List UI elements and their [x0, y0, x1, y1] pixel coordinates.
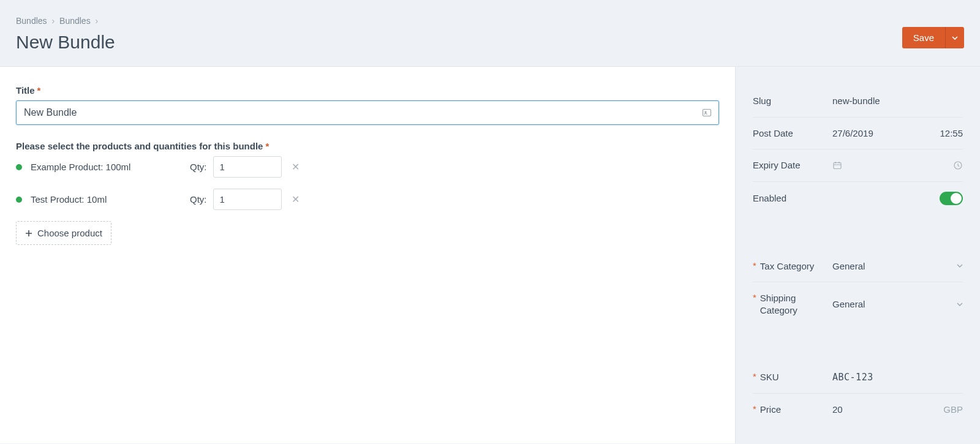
required-icon: * — [753, 404, 756, 414]
slug-label: Slug — [753, 95, 771, 107]
status-dot-icon — [16, 164, 22, 170]
status-dot-icon — [16, 197, 22, 203]
breadcrumb-link-1[interactable]: Bundles — [16, 16, 47, 26]
postdate-date[interactable]: 27/6/2019 — [832, 128, 873, 138]
chevron-right-icon: › — [51, 16, 55, 26]
title-input[interactable] — [16, 100, 719, 125]
price-currency: GBP — [943, 404, 963, 415]
required-icon: * — [37, 85, 41, 96]
chevron-down-icon — [957, 263, 963, 269]
products-label: Please select the products and quantitie… — [16, 141, 719, 151]
shipping-category-select[interactable]: General — [832, 299, 963, 309]
required-icon: * — [265, 141, 269, 151]
svg-rect-0 — [703, 110, 711, 116]
remove-icon[interactable]: ✕ — [292, 161, 300, 173]
qty-input[interactable] — [213, 156, 282, 178]
page-title: New Bundle — [16, 32, 115, 53]
slug-value[interactable]: new-bundle — [832, 96, 880, 106]
qty-input[interactable] — [213, 189, 282, 210]
save-button[interactable]: Save — [902, 27, 945, 48]
choose-product-button[interactable]: Choose product — [16, 221, 111, 245]
tax-category-select[interactable]: General — [832, 261, 963, 271]
product-row: Example Product: 100ml Qty: ✕ — [16, 156, 719, 178]
chevron-down-icon — [957, 301, 963, 307]
chevron-right-icon: › — [96, 16, 99, 26]
save-button-group: Save — [902, 27, 964, 48]
page-header: Bundles › Bundles › New Bundle Save — [0, 0, 980, 67]
enabled-label: Enabled — [753, 192, 786, 205]
required-icon: * — [753, 292, 756, 303]
svg-rect-2 — [834, 162, 841, 168]
shipping-category-label: Shipping Category — [760, 292, 832, 316]
sku-label: SKU — [760, 371, 779, 383]
remove-icon[interactable]: ✕ — [292, 194, 300, 205]
svg-point-1 — [704, 111, 706, 113]
plus-icon — [25, 230, 32, 237]
product-name[interactable]: Test Product: 10ml — [31, 194, 190, 205]
chevron-down-icon — [952, 35, 958, 41]
main-content: Title* Please select the products and qu… — [0, 67, 735, 443]
expiry-label: Expiry Date — [753, 159, 801, 171]
product-name[interactable]: Example Product: 100ml — [31, 162, 190, 172]
calendar-icon[interactable] — [832, 160, 842, 170]
clock-icon[interactable] — [953, 160, 963, 170]
title-label: Title* — [16, 85, 719, 96]
qty-label: Qty: — [190, 194, 207, 205]
breadcrumb-link-2[interactable]: Bundles — [59, 16, 91, 26]
tax-category-label: Tax Category — [760, 260, 814, 273]
required-icon: * — [753, 371, 756, 382]
save-dropdown-button[interactable] — [945, 27, 964, 48]
qty-label: Qty: — [190, 162, 207, 172]
price-label: Price — [760, 404, 781, 416]
sku-value[interactable]: ABC-123 — [832, 372, 873, 383]
price-value[interactable]: 20 — [832, 404, 843, 415]
postdate-label: Post Date — [753, 127, 793, 140]
sidebar: Slug new-bundle Post Date 27/6/2019 12:5… — [735, 67, 980, 443]
postdate-time[interactable]: 12:55 — [940, 128, 963, 138]
enabled-toggle[interactable] — [940, 192, 963, 205]
contact-card-icon[interactable] — [702, 108, 712, 118]
breadcrumb: Bundles › Bundles › — [16, 16, 115, 26]
required-icon: * — [753, 260, 756, 271]
product-row: Test Product: 10ml Qty: ✕ — [16, 189, 719, 210]
